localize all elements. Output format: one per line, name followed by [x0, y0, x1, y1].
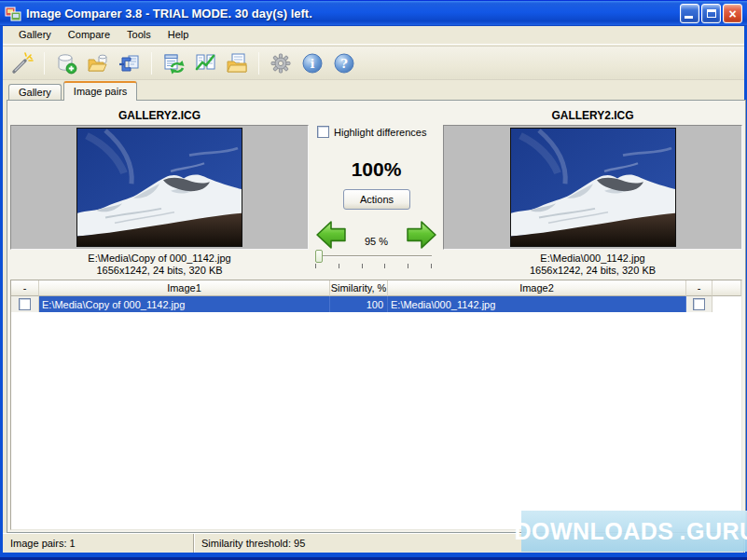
wizard-wand-button[interactable] — [8, 50, 36, 76]
tab-gallery[interactable]: Gallery — [8, 84, 62, 101]
add-to-gallery-button[interactable] — [52, 50, 80, 76]
highlight-differences-label: Highlight differences — [334, 127, 426, 138]
similarity-percent: 100% — [310, 158, 443, 181]
help-button[interactable]: ? — [330, 50, 358, 76]
right-image-well[interactable] — [443, 125, 742, 250]
row-image2-cell[interactable]: E:\Media\000_1142.jpg — [388, 296, 686, 312]
actions-button[interactable]: Actions — [343, 189, 410, 210]
toolbar-separator — [151, 52, 152, 75]
tab-image-pairs[interactable]: Image pairs — [63, 81, 137, 101]
window-title: Image Comparer 3.8 - TRIAL MODE. 30 day(… — [26, 7, 680, 20]
update-image-pairs-icon — [162, 52, 185, 75]
menu-gallery[interactable]: Gallery — [10, 27, 60, 43]
left-gallery-title: GALLERY2.ICG — [10, 109, 309, 122]
right-image-info: 1656x1242, 24 bits, 320 KB — [443, 265, 742, 277]
status-image-pairs: Image pairs: 1 — [3, 534, 194, 553]
column-header-check-left[interactable]: - — [11, 280, 39, 296]
image-pairs-page: GALLERY2.ICG E:\Media\Copy of 000_1142.j… — [7, 100, 746, 533]
title-bar[interactable]: Image Comparer 3.8 - TRIAL MODE. 30 day(… — [0, 0, 747, 26]
table-header-row: - Image1 Similarity, % Image2 - — [11, 280, 741, 296]
slider-ticks — [315, 264, 432, 269]
toolbar: i ? — [3, 46, 744, 80]
highlight-differences-checkbox[interactable] — [317, 126, 329, 138]
left-image-info: 1656x1242, 24 bits, 320 KB — [10, 265, 309, 277]
menu-help[interactable]: Help — [159, 27, 198, 43]
move-to-folder-icon — [226, 52, 248, 75]
svg-text:i: i — [311, 57, 315, 71]
row-check-left-cell — [11, 296, 39, 312]
minimize-icon — [685, 16, 693, 19]
column-header-check-right[interactable]: - — [686, 280, 712, 296]
menu-bar: Gallery Compare Tools Help — [3, 26, 744, 45]
tab-strip: Gallery Image pairs — [3, 81, 744, 101]
open-gallery-button[interactable] — [84, 50, 112, 76]
settings-button[interactable] — [267, 50, 295, 76]
toolbar-separator — [44, 52, 45, 75]
row-checkbox-right[interactable] — [693, 298, 705, 310]
watermark-text-right: .GURU — [680, 518, 747, 545]
compare-controls: Highlight differences 100% Actions 95 % — [310, 101, 443, 278]
left-image-path: E:\Media\Copy of 000_1142.jpg — [10, 253, 309, 265]
maximize-icon — [707, 9, 716, 18]
close-icon: × — [728, 7, 736, 20]
row-similarity-cell[interactable]: 100 — [330, 296, 388, 312]
info-icon: i — [301, 52, 324, 75]
add-to-gallery-icon — [55, 52, 77, 75]
compare-images-button[interactable] — [191, 50, 219, 76]
row-image1-cell[interactable]: E:\Media\Copy of 000_1142.jpg — [39, 296, 330, 312]
column-header-similarity[interactable]: Similarity, % — [330, 280, 388, 296]
left-caption: E:\Media\Copy of 000_1142.jpg 1656x1242,… — [10, 253, 309, 277]
move-to-folder-button[interactable] — [223, 50, 251, 76]
watermark-text-left: DOWNLOADS — [514, 518, 673, 545]
right-image-path: E:\Media\000_1142.jpg — [443, 253, 742, 265]
app-window: Image Comparer 3.8 - TRIAL MODE. 30 day(… — [0, 0, 747, 560]
settings-gear-icon — [270, 52, 292, 75]
menu-compare[interactable]: Compare — [60, 27, 118, 43]
row-check-right-cell — [686, 296, 712, 312]
row-filler-cell — [712, 296, 741, 312]
left-image-panel: GALLERY2.ICG E:\Media\Copy of 000_1142.j… — [10, 101, 309, 278]
right-image-panel: GALLERY2.ICG E:\Media\000_1142.jpg 1656x… — [443, 101, 742, 278]
column-header-image2[interactable]: Image2 — [388, 280, 686, 296]
left-photo — [76, 128, 242, 247]
help-question-icon: ? — [333, 52, 355, 75]
maximize-button[interactable] — [701, 4, 721, 23]
compress-gallery-button[interactable] — [116, 50, 144, 76]
column-header-filler — [712, 280, 741, 296]
wizard-wand-icon — [11, 52, 34, 75]
right-photo — [510, 128, 676, 247]
threshold-slider-thumb[interactable] — [315, 250, 323, 263]
table-row[interactable]: E:\Media\Copy of 000_1142.jpg 100 E:\Med… — [11, 296, 741, 312]
update-image-pairs-button[interactable] — [159, 50, 187, 76]
image-pairs-table: - Image1 Similarity, % Image2 - E:\Media… — [10, 280, 742, 530]
toolbar-separator — [258, 52, 259, 75]
right-caption: E:\Media\000_1142.jpg 1656x1242, 24 bits… — [443, 253, 742, 277]
compare-images-icon — [194, 52, 216, 75]
app-icon — [5, 7, 21, 21]
row-checkbox-left[interactable] — [19, 298, 31, 310]
about-button[interactable]: i — [298, 50, 326, 76]
right-gallery-title: GALLERY2.ICG — [443, 109, 742, 122]
svg-text:?: ? — [340, 57, 348, 71]
open-gallery-icon — [87, 52, 109, 75]
compress-gallery-icon — [118, 52, 141, 75]
close-button[interactable]: × — [723, 4, 742, 23]
downloads-guru-watermark: DOWNLOADS .GURU — [521, 511, 747, 552]
threshold-value-label: 95 % — [310, 236, 443, 247]
threshold-slider[interactable] — [315, 255, 432, 257]
left-image-well[interactable] — [10, 125, 309, 250]
menu-tools[interactable]: Tools — [118, 27, 159, 43]
minimize-button[interactable] — [680, 4, 699, 23]
column-header-image1[interactable]: Image1 — [39, 280, 330, 296]
